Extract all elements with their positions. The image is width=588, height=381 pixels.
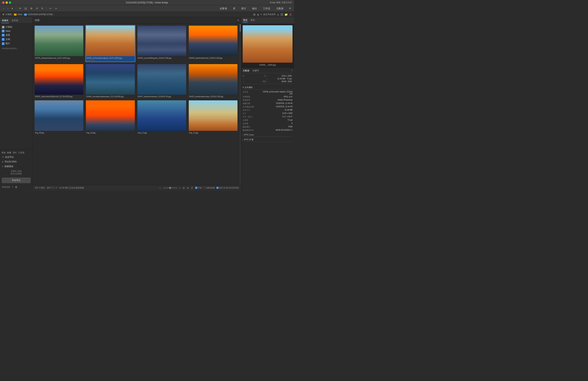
nav-menu-button[interactable]: ▾ bbox=[11, 7, 14, 10]
start-export-button[interactable]: 开始导出 bbox=[2, 178, 30, 183]
grid-item-2[interactable]: ⊙03438_archesnationalpark_5120 x3200.jpg… bbox=[85, 25, 135, 62]
breadcrumb-current[interactable]: 5120x3200 [242P][2.57GB] bbox=[24, 13, 53, 16]
content-menu-icon[interactable]: ≡ bbox=[237, 19, 239, 21]
folder-fav-icon-1 bbox=[2, 30, 4, 32]
shortcut-cb-icon bbox=[216, 187, 218, 189]
tab-filter[interactable]: 筛选 bbox=[1, 151, 6, 154]
menu-more[interactable]: ▾ bbox=[288, 6, 292, 11]
tab-publish[interactable]: 发布 bbox=[251, 18, 255, 22]
zoom-minus-icon[interactable]: — bbox=[159, 186, 161, 189]
tab-folders[interactable]: 文件夹 bbox=[11, 18, 19, 23]
fav-desktop[interactable]: 桌面 bbox=[0, 33, 32, 37]
view-progress-label[interactable]: 查看进度 bbox=[2, 186, 10, 188]
fstop-value: ƒ/ -- bbox=[264, 75, 268, 77]
shortcut-checkbox[interactable]: 使用 ⌘ 进行标记和评级 bbox=[216, 187, 239, 189]
forward-button[interactable]: › bbox=[6, 7, 9, 10]
file-prop-row-7: 尺寸（英寸）71.1" x 44.4" bbox=[243, 115, 293, 119]
delete-icon[interactable]: 🗑 bbox=[289, 13, 292, 16]
menu-metadata[interactable]: 元数据 bbox=[275, 6, 285, 11]
tab-preview[interactable]: 预览 bbox=[243, 18, 248, 22]
meta-menu-icon[interactable]: ≡ bbox=[291, 69, 293, 72]
scrollbar[interactable] bbox=[239, 24, 241, 185]
grid-view-icon[interactable]: ⊞ bbox=[182, 186, 185, 190]
filter2-icon[interactable]: ≣ bbox=[257, 13, 259, 16]
breadcrumb-computer[interactable]: 🖥 计算机 bbox=[2, 13, 12, 16]
thumbnail-only-checkbox[interactable]: 仅限缩览图 bbox=[203, 187, 215, 189]
meta-tab-keywords[interactable]: 关键字 bbox=[252, 69, 259, 72]
tab-collections[interactable]: 收藏 bbox=[7, 151, 11, 154]
star-3[interactable]: ★ bbox=[92, 60, 93, 61]
fstop-label: ƒ/ bbox=[243, 75, 244, 77]
maximize-button[interactable] bbox=[9, 1, 11, 4]
reveal-button[interactable]: ⊡ bbox=[23, 6, 28, 11]
new-folder-icon[interactable]: 📁 bbox=[285, 13, 288, 16]
flat-cb-icon bbox=[195, 187, 197, 189]
zoom-slider[interactable] bbox=[163, 187, 178, 188]
menu-library[interactable]: 库 bbox=[232, 6, 236, 11]
folder-icon-current bbox=[24, 14, 27, 16]
star-1[interactable]: ★ bbox=[88, 60, 90, 61]
filter-icon[interactable]: ⊞ bbox=[253, 13, 255, 16]
grid-item-4[interactable]: 03440_bandonfacerock_5120x3 200.jpg bbox=[188, 25, 238, 62]
search-bar[interactable]: Bridge 搜索: 当前文件夹 bbox=[270, 1, 292, 4]
zoom-plus-icon[interactable]: + bbox=[179, 186, 181, 189]
grid-item-6[interactable]: 03446_narrabeenlakesdawn_512 0x3200.jpg bbox=[85, 63, 135, 98]
grid-item-10[interactable]: img_10.jpg bbox=[85, 100, 135, 135]
grid-item-8[interactable]: 03453_bandontidescape_5120x3 200.jpg bbox=[188, 63, 238, 98]
sort-direction[interactable]: ▲ bbox=[277, 13, 279, 16]
delete-button[interactable]: 🗑 bbox=[15, 185, 18, 188]
fav-documents[interactable]: 文稿 bbox=[0, 37, 32, 41]
flat-checkbox[interactable]: 平铺 bbox=[195, 187, 202, 189]
fp-value-6: 5120 x 3200 bbox=[282, 112, 293, 115]
new-preset[interactable]: + 新建预设 bbox=[0, 164, 32, 169]
grid-item-11[interactable]: img_11.jpg bbox=[137, 100, 187, 135]
menu-filmstrip[interactable]: 胶片 bbox=[240, 6, 247, 11]
recent-button[interactable]: ⟳ bbox=[18, 7, 22, 10]
menu-output[interactable]: 输出 bbox=[251, 6, 258, 11]
grid-item-9[interactable]: img_09.jpg bbox=[34, 100, 84, 135]
tab-workflow[interactable]: 工作流 bbox=[18, 151, 24, 154]
refresh-button[interactable]: ↺ bbox=[35, 7, 39, 10]
breadcrumb-fukai[interactable]: fukai bbox=[14, 13, 22, 16]
sort-label[interactable]: 按文件名排序 bbox=[263, 13, 275, 16]
add-button[interactable]: ＋ bbox=[11, 185, 14, 189]
chevron-down-icon: ▾ bbox=[243, 86, 244, 89]
tools-button[interactable]: ⚙ bbox=[29, 7, 34, 10]
meta-tab-metadata[interactable]: 元数据 bbox=[243, 69, 249, 72]
undo-button[interactable]: ↩ bbox=[48, 7, 53, 10]
menu-essentials[interactable]: 必要项 bbox=[219, 6, 228, 11]
redo2-button[interactable]: ↪ bbox=[54, 7, 58, 10]
back-button[interactable]: ‹ bbox=[2, 7, 5, 10]
view-menu[interactable]: ⊟ bbox=[281, 13, 283, 16]
star-rating-2[interactable]: ★★★★★ bbox=[86, 60, 135, 61]
grid-item-5[interactable]: 03441_observatoryhillsunset_51 20x3200.j… bbox=[34, 63, 84, 98]
separator-2 bbox=[46, 7, 46, 10]
detail-view-icon[interactable]: ☰ bbox=[190, 186, 194, 190]
star-0[interactable]: ★ bbox=[86, 60, 88, 61]
menu-workflow[interactable]: 工作流 bbox=[262, 6, 271, 11]
list-view-icon[interactable]: ≣ bbox=[186, 186, 189, 190]
chevron-right-icon-iptc: › bbox=[243, 134, 243, 136]
export-custom[interactable]: ↗ 自定导出 bbox=[0, 155, 32, 160]
fav-computer[interactable]: 🖥 计算机 bbox=[0, 25, 32, 29]
grid-item-1[interactable]: 03378_artistpointatsunset_5120 x3200.jpg bbox=[34, 25, 84, 62]
iptc-ext-header[interactable]: › IPTC 扩展 bbox=[243, 138, 293, 142]
fav-pictures[interactable]: 图片 bbox=[0, 41, 32, 46]
grid-item-7[interactable]: 03447_bandonseastars_5120x32 00.jpg bbox=[137, 63, 187, 98]
filter-dropdown[interactable]: ▾ bbox=[261, 13, 262, 16]
file-props-header[interactable]: ▾ 文件属性 bbox=[243, 85, 293, 90]
iptc-core-header[interactable]: › IPTC Core bbox=[243, 133, 293, 137]
breadcrumb-bar: 🖥 计算机 › fukai › 5120x3200 [242P][2.57GB]… bbox=[0, 12, 294, 17]
grid-item-12[interactable]: img_12.jpg bbox=[188, 100, 238, 135]
redo-button[interactable]: ↻ bbox=[40, 7, 44, 10]
tab-export[interactable]: 导出 bbox=[13, 151, 17, 154]
star-4[interactable]: ★ bbox=[94, 60, 95, 61]
grid-item-3[interactable]: 03439_sunsetofthegods_5120x3 200.jpg bbox=[137, 25, 187, 62]
thumbnail-7 bbox=[137, 64, 186, 95]
tab-favorites[interactable]: 收藏夹 bbox=[1, 18, 9, 23]
close-button[interactable] bbox=[2, 1, 4, 4]
export-dng[interactable]: ≡ 导出到 DNG bbox=[0, 160, 32, 164]
minimize-button[interactable] bbox=[6, 1, 8, 4]
star-2[interactable]: ★ bbox=[90, 60, 91, 61]
fav-fukai[interactable]: fukai bbox=[0, 29, 32, 33]
